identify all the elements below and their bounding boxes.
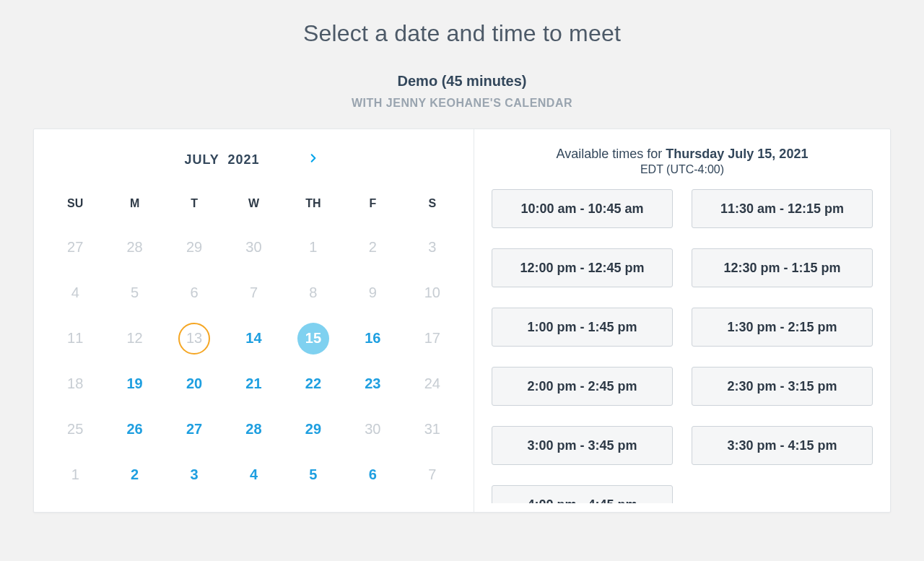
day-number: 19 xyxy=(119,368,151,400)
day-number: 21 xyxy=(237,368,269,400)
time-slot[interactable]: 1:00 pm - 1:45 pm xyxy=(492,308,673,347)
day-number: 29 xyxy=(178,232,210,264)
day-number: 7 xyxy=(417,459,448,491)
calendar-day: 7 xyxy=(403,452,462,497)
calendar-day[interactable]: 3 xyxy=(165,452,224,497)
day-number: 14 xyxy=(237,323,269,355)
calendar-day[interactable]: 5 xyxy=(284,452,343,497)
time-slot[interactable]: 11:30 am - 12:15 pm xyxy=(692,189,873,228)
calendar-day: 31 xyxy=(403,406,462,452)
day-number: 31 xyxy=(417,414,448,445)
day-number: 9 xyxy=(357,277,388,309)
time-slot[interactable]: 3:30 pm - 4:15 pm xyxy=(692,426,873,465)
calendar-day[interactable]: 21 xyxy=(224,361,283,406)
chevron-right-icon xyxy=(308,150,318,169)
dow-header: T xyxy=(165,190,224,225)
time-slot[interactable]: 12:00 pm - 12:45 pm xyxy=(492,248,673,287)
day-number: 5 xyxy=(297,459,329,491)
day-number: 26 xyxy=(119,414,151,445)
month-name: JULY xyxy=(184,152,219,167)
day-number: 4 xyxy=(237,459,269,491)
available-times-label: Available times for Thursday July 15, 20… xyxy=(492,147,873,162)
day-number: 17 xyxy=(417,323,448,355)
calendar-day: 9 xyxy=(343,270,402,316)
calendar-day[interactable]: 19 xyxy=(105,361,164,406)
calendar-day: 30 xyxy=(343,406,402,452)
time-slot[interactable]: 10:00 am - 10:45 am xyxy=(492,189,673,228)
day-number: 28 xyxy=(237,414,269,445)
page-title: Select a date and time to meet xyxy=(33,20,891,47)
dow-header: F xyxy=(343,190,402,225)
selected-date: Thursday July 15, 2021 xyxy=(666,147,808,161)
day-number: 23 xyxy=(357,368,388,400)
day-number: 20 xyxy=(178,368,210,400)
calendar-day[interactable]: 14 xyxy=(224,316,283,361)
calendar-day[interactable]: 16 xyxy=(343,316,402,361)
time-slot[interactable]: 1:30 pm - 2:15 pm xyxy=(692,308,873,347)
calendar-day: 1 xyxy=(284,225,343,270)
scheduler-panel: JULY 2021 SUMTWTHFS 27282930123456789101… xyxy=(33,129,891,513)
day-number: 25 xyxy=(59,414,91,445)
available-times-prefix: Available times for xyxy=(557,147,666,161)
day-number: 3 xyxy=(178,459,210,491)
calendar-day: 5 xyxy=(105,270,164,316)
day-number: 6 xyxy=(178,277,210,309)
calendar-day[interactable]: 22 xyxy=(284,361,343,406)
time-slot[interactable]: 2:00 pm - 2:45 pm xyxy=(492,367,673,406)
timezone-label: EDT (UTC-4:00) xyxy=(492,163,873,176)
dow-header: M xyxy=(105,190,164,225)
dow-header: TH xyxy=(284,190,343,225)
day-number: 15 xyxy=(297,323,329,355)
day-number: 5 xyxy=(119,277,151,309)
calendar-day[interactable]: 20 xyxy=(165,361,224,406)
dow-header: SU xyxy=(45,190,105,225)
calendar-day: 2 xyxy=(343,225,402,270)
day-number: 30 xyxy=(237,232,269,264)
calendar-day: 7 xyxy=(224,270,283,316)
day-number: 11 xyxy=(59,323,91,355)
day-number: 8 xyxy=(297,277,329,309)
next-month-button[interactable] xyxy=(303,149,323,170)
event-title: Demo (45 minutes) xyxy=(33,73,891,90)
day-number: 1 xyxy=(59,459,91,491)
calendar-day: 24 xyxy=(403,361,462,406)
day-number: 4 xyxy=(59,277,91,309)
day-number: 2 xyxy=(119,459,151,491)
time-slot[interactable]: 3:00 pm - 3:45 pm xyxy=(492,426,673,465)
calendar-day[interactable]: 15 xyxy=(284,316,343,361)
calendar-day[interactable]: 4 xyxy=(224,452,283,497)
calendar-day: 17 xyxy=(403,316,462,361)
calendar-day: 25 xyxy=(45,406,105,452)
time-slot[interactable]: 2:30 pm - 3:15 pm xyxy=(692,367,873,406)
day-number: 10 xyxy=(417,277,448,309)
dow-header: W xyxy=(224,190,283,225)
day-number: 3 xyxy=(417,232,448,264)
calendar-day[interactable]: 29 xyxy=(284,406,343,452)
calendar-day: 4 xyxy=(45,270,105,316)
month-label: JULY 2021 xyxy=(184,152,259,168)
day-number: 1 xyxy=(297,232,329,264)
calendar-day: 27 xyxy=(45,225,105,270)
calendar-day[interactable]: 23 xyxy=(343,361,402,406)
calendar-day[interactable]: 26 xyxy=(105,406,164,452)
day-number: 28 xyxy=(119,232,151,264)
day-number: 12 xyxy=(119,323,151,355)
day-number: 24 xyxy=(417,368,448,400)
calendar-day: 3 xyxy=(403,225,462,270)
calendar-day: 28 xyxy=(105,225,164,270)
calendar-day[interactable]: 6 xyxy=(343,452,402,497)
time-slot[interactable]: 12:30 pm - 1:15 pm xyxy=(692,248,873,287)
day-number: 30 xyxy=(357,414,388,445)
day-number: 6 xyxy=(357,459,388,491)
calendar-day: 8 xyxy=(284,270,343,316)
calendar-day[interactable]: 28 xyxy=(224,406,283,452)
dow-header: S xyxy=(403,190,462,225)
calendar-day: 12 xyxy=(105,316,164,361)
calendar-day: 6 xyxy=(165,270,224,316)
calendar-day: 1 xyxy=(45,452,105,497)
calendar-day[interactable]: 27 xyxy=(165,406,224,452)
calendar-day[interactable]: 2 xyxy=(105,452,164,497)
day-number: 2 xyxy=(357,232,388,264)
time-slot[interactable]: 4:00 pm - 4:45 pm xyxy=(492,485,673,503)
calendar-day: 10 xyxy=(403,270,462,316)
